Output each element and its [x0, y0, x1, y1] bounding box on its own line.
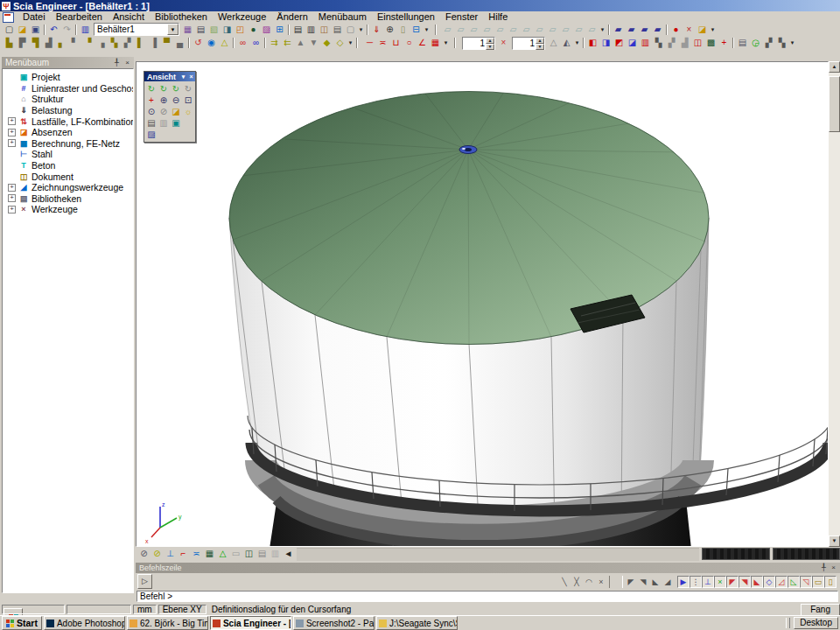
tree-item[interactable]: + ▣ Projekt	[3, 72, 133, 83]
member-tool-icon[interactable]: ▜	[29, 37, 42, 49]
status-plane[interactable]: Ebene XY	[158, 605, 206, 614]
pair-select-icon[interactable]: ∞	[236, 37, 249, 49]
render-icon[interactable]: △	[216, 548, 229, 560]
print-page-icon[interactable]: ▥	[304, 24, 318, 36]
image-icon[interactable]: ▨	[260, 24, 273, 36]
member-tool-icon[interactable]: ▞	[121, 37, 134, 49]
project-combo[interactable]: Behälter1 ▼	[94, 23, 179, 36]
view-window-icon[interactable]: ▱	[546, 24, 559, 36]
scroll-thumb[interactable]	[829, 76, 840, 132]
print-view-icon[interactable]: ▤	[145, 117, 158, 129]
page-icon[interactable]: ▢	[344, 24, 357, 36]
tree-item[interactable]: + ⇓ Belastung	[3, 105, 133, 116]
page-view-icon[interactable]: ▤	[256, 548, 269, 560]
rotate-view-icon[interactable]: ↻	[170, 83, 182, 94]
title-bar[interactable]: Ψ Scia Engineer - [Behälter1 : 1]	[0, 0, 840, 11]
dimension-icon[interactable]: ≍	[376, 37, 389, 49]
perp-snap-icon[interactable]: ◿	[775, 576, 788, 588]
view-window-icon[interactable]: ▱	[494, 24, 507, 36]
panel-icon[interactable]: ▯	[396, 24, 410, 36]
polyline-icon[interactable]: ⊔	[389, 37, 402, 49]
view-window-icon[interactable]: ▱	[467, 24, 480, 36]
project-window-icon[interactable]: ▥	[79, 24, 92, 36]
clipboard-icon[interactable]: ◨	[220, 24, 234, 36]
close-icon[interactable]: ×	[829, 564, 838, 572]
mdi-window-icon[interactable]: ▰	[612, 24, 625, 36]
zoom-in-icon[interactable]: ⊕	[158, 94, 170, 106]
hinge-icon[interactable]: ◩	[612, 37, 626, 49]
rotate-view-icon[interactable]: ↻	[145, 83, 158, 94]
book-icon[interactable]: ◫	[318, 24, 331, 36]
undo-icon[interactable]: ↶	[47, 24, 60, 36]
wireframe-icon[interactable]: ▣	[170, 117, 182, 129]
ansicht-caption[interactable]: Ansicht ▾ ×	[144, 72, 195, 81]
rotate-icon[interactable]: ◆	[320, 37, 333, 49]
scroll-up-icon[interactable]: ▲	[829, 61, 840, 73]
tree-item[interactable]: + ▤ Bibliotheken	[3, 193, 133, 205]
expand-box-icon[interactable]: +	[8, 184, 16, 192]
view-window-icon[interactable]: ▱	[480, 24, 494, 36]
tree-item[interactable]: + T Beton	[3, 160, 133, 172]
reaction-icon[interactable]: +	[718, 37, 731, 49]
snap-corner-icon[interactable]: ◥	[637, 576, 649, 588]
toolbar-overflow[interactable]: ▾	[423, 24, 430, 36]
tree-item[interactable]: + ◪ Absenzen	[3, 127, 133, 138]
mdi-window-icon[interactable]: ▰	[625, 24, 638, 36]
axis-icon[interactable]: ⌐	[177, 548, 190, 560]
light-icon[interactable]: ☼	[182, 106, 194, 117]
combo-dropdown-icon[interactable]: ▼	[167, 24, 178, 35]
factor-spinner[interactable]: 1 ▲▼	[512, 37, 545, 50]
zoom-selection-icon[interactable]: ⊘	[158, 106, 170, 117]
start-button[interactable]: Start	[2, 616, 42, 630]
pin-icon[interactable]: ╀	[819, 564, 829, 572]
member-tool-icon[interactable]: ▝	[81, 37, 94, 49]
taskbar-button[interactable]: 62. Björk - Big Time Sens...	[127, 616, 208, 630]
scroll-down-icon[interactable]: ▼	[829, 536, 840, 547]
member-check-icon[interactable]: ◧	[586, 37, 599, 49]
taskbar-button[interactable]: Screenshot2 - Paint	[293, 616, 374, 630]
print-data-icon[interactable]: ▧	[207, 24, 220, 36]
raise-icon[interactable]: ▲	[294, 37, 307, 49]
menu-item[interactable]: Werkzeuge	[213, 11, 271, 23]
toolbar-overflow[interactable]: ▾	[598, 24, 606, 36]
status-unit[interactable]: mm	[133, 605, 157, 614]
member-tool-icon[interactable]: ▀	[160, 37, 173, 49]
new-icon[interactable]: ▢	[3, 24, 16, 36]
print-doc-icon[interactable]: ▤	[331, 24, 344, 36]
close-icon[interactable]: ×	[122, 59, 132, 67]
scale-spinner[interactable]: 1 ▲▼	[462, 37, 495, 50]
snap-cross-icon[interactable]: ╳	[570, 576, 583, 588]
mdi-window-icon[interactable]: ▰	[638, 24, 651, 36]
angle-icon[interactable]: ∠	[416, 37, 429, 49]
snap-off-icon[interactable]: ×	[595, 576, 607, 588]
level-icon[interactable]: ≍	[190, 548, 203, 560]
zoom-all-icon[interactable]: ⊙	[145, 106, 158, 117]
view-window-icon[interactable]: ▱	[441, 24, 454, 36]
toolbar-menu-icon[interactable]: ▾	[179, 73, 187, 81]
clip-icon[interactable]: ⊘	[137, 548, 150, 560]
calculator-icon[interactable]: ▦	[181, 24, 194, 36]
snap-corner-icon[interactable]: ◢	[662, 576, 674, 588]
layers-icon[interactable]: ◭	[560, 37, 573, 49]
toolbar-grip[interactable]	[786, 618, 790, 628]
doc-table-icon[interactable]: ▤	[736, 37, 749, 49]
tree-item[interactable]: + ⌂ Struktur	[3, 94, 133, 105]
menu-item[interactable]: Bibliotheken	[150, 11, 213, 23]
member-tool-icon[interactable]: ▛	[16, 37, 29, 49]
mass-icon[interactable]: ▥	[639, 37, 652, 49]
member-tool-icon[interactable]: ▙	[3, 37, 16, 49]
box-icon[interactable]: ▭	[229, 548, 242, 560]
mdi-window-icon[interactable]: ▰	[651, 24, 664, 36]
zoom-tool-icon[interactable]: ⊕	[383, 24, 396, 36]
toolbar-overflow[interactable]: ▾	[346, 37, 354, 49]
cursor-mode-icon[interactable]: ▷	[137, 574, 152, 589]
rotate-view-icon[interactable]: ↻	[182, 83, 194, 94]
horizontal-scroll-track[interactable]	[297, 548, 699, 561]
print-preview-icon[interactable]: ▤	[291, 24, 304, 36]
section-icon[interactable]: ⊥	[164, 548, 177, 560]
view-window-icon[interactable]: ▱	[572, 24, 585, 36]
load-icon[interactable]: ◪	[626, 37, 639, 49]
folder-plus-icon[interactable]: ◪	[696, 24, 709, 36]
member-tool-icon[interactable]: ▖	[55, 37, 68, 49]
anchor-icon[interactable]: ⇓	[370, 24, 383, 36]
